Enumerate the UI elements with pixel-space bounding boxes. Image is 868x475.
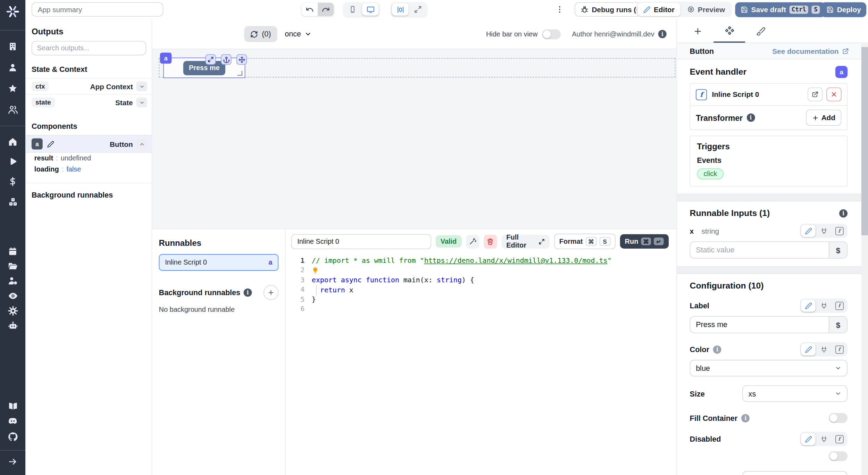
- hide-bar-toggle[interactable]: [542, 29, 561, 39]
- static-mode-pencil-icon[interactable]: [801, 225, 815, 237]
- dollar-button[interactable]: $: [829, 242, 847, 258]
- refresh-runs-button[interactable]: (0): [244, 26, 277, 42]
- tab-component-settings-icon[interactable]: [713, 19, 745, 43]
- more-menu-icon[interactable]: [555, 5, 564, 15]
- component-row-button[interactable]: a Button: [25, 135, 152, 153]
- eval-mode-fx-icon[interactable]: f: [832, 225, 846, 237]
- chevron-up-icon[interactable]: [136, 139, 147, 149]
- github-icon[interactable]: [7, 431, 18, 442]
- redo-button[interactable]: [318, 3, 334, 16]
- eval-mode-fx-icon[interactable]: f: [832, 433, 846, 445]
- settings-gear-icon[interactable]: [7, 305, 18, 316]
- run-button[interactable]: Run ⌘ ↵: [620, 234, 669, 248]
- ai-wand-button[interactable]: [466, 234, 479, 248]
- scrollbar-thumb[interactable]: [861, 47, 868, 235]
- code-editor[interactable]: 1// import * as wmill from "https://deno…: [286, 253, 677, 314]
- connect-mode-plug-icon[interactable]: [817, 225, 831, 237]
- desktop-view-button[interactable]: [362, 3, 379, 16]
- code-line[interactable]: 3export async function main(x: string) {: [291, 275, 677, 285]
- anchor-component-button[interactable]: [221, 54, 231, 65]
- workspace-icon[interactable]: [7, 41, 18, 52]
- chevron-down-icon[interactable]: [304, 31, 312, 38]
- runnable-item[interactable]: Inline Script 0 a: [159, 254, 278, 271]
- collapse-arrow-icon[interactable]: [7, 456, 18, 467]
- tab-insert-plus-icon[interactable]: [682, 19, 713, 43]
- label-value-input[interactable]: Press me $: [690, 316, 848, 333]
- code-line[interactable]: 2: [291, 266, 677, 275]
- deploy-button[interactable]: Deploy: [821, 2, 866, 17]
- mobile-view-button[interactable]: [344, 3, 361, 16]
- info-icon[interactable]: i: [658, 30, 667, 38]
- tab-preview[interactable]: Preview: [681, 3, 731, 16]
- component-prop-loading[interactable]: loading : false: [25, 164, 152, 175]
- static-mode-pencil-icon[interactable]: [801, 343, 815, 356]
- workers-users-gear-icon[interactable]: [7, 275, 18, 286]
- dollar-button[interactable]: $: [829, 317, 847, 333]
- eval-mode-fx-icon[interactable]: f: [832, 300, 846, 312]
- static-mode-pencil-icon[interactable]: [801, 300, 815, 312]
- component-prop-result[interactable]: result : undefined: [25, 153, 152, 164]
- disabled-toggle[interactable]: [829, 451, 848, 461]
- ctx-row[interactable]: ctx App Context: [25, 78, 152, 94]
- code-line[interactable]: 1// import * as wmill from "https://deno…: [291, 256, 677, 266]
- see-documentation-link[interactable]: See documentation: [772, 47, 849, 55]
- move-component-button[interactable]: [236, 54, 247, 65]
- app-summary-input[interactable]: [32, 2, 163, 16]
- before-icon-select[interactable]: [742, 471, 848, 475]
- add-background-runnable-button[interactable]: [264, 285, 278, 300]
- save-draft-button[interactable]: Save draft Ctrl S: [735, 2, 825, 17]
- info-icon[interactable]: i: [741, 414, 750, 422]
- chevron-down-icon[interactable]: [136, 81, 147, 91]
- canvas-grid[interactable]: a Press me: [152, 49, 676, 229]
- full-editor-button[interactable]: Full Editor: [501, 234, 550, 248]
- info-icon[interactable]: i: [839, 209, 848, 217]
- ai-robot-icon[interactable]: [7, 320, 18, 331]
- size-select[interactable]: xs: [742, 385, 848, 402]
- remove-script-button[interactable]: [826, 88, 841, 101]
- script-name-input[interactable]: [291, 234, 431, 249]
- variables-dollar-icon[interactable]: [7, 176, 18, 187]
- home-icon[interactable]: [7, 136, 18, 147]
- resources-boxes-icon[interactable]: [7, 196, 18, 207]
- discord-icon[interactable]: [7, 416, 18, 427]
- edit-pencil-icon[interactable]: [47, 140, 55, 148]
- docs-book-icon[interactable]: [7, 400, 18, 411]
- tab-styling-brush-icon[interactable]: [745, 19, 777, 43]
- connect-mode-plug-icon[interactable]: [817, 343, 831, 356]
- color-select[interactable]: blue: [690, 360, 848, 376]
- info-icon[interactable]: i: [746, 114, 755, 122]
- user-icon[interactable]: [7, 62, 18, 73]
- favorites-star-icon[interactable]: [7, 83, 18, 94]
- folders-icon[interactable]: [7, 260, 18, 272]
- connect-mode-plug-icon[interactable]: [817, 433, 831, 445]
- fill-container-toggle[interactable]: [829, 413, 848, 423]
- connect-mode-plug-icon[interactable]: [817, 300, 831, 312]
- state-row[interactable]: state State: [25, 94, 152, 110]
- windmill-logo-icon[interactable]: [6, 5, 20, 19]
- eval-mode-fx-icon[interactable]: f: [832, 343, 846, 356]
- chevron-down-icon[interactable]: [136, 98, 147, 108]
- expand-component-button[interactable]: [206, 54, 216, 65]
- static-value-input[interactable]: Static value $: [690, 241, 848, 258]
- resize-handle[interactable]: [237, 71, 242, 76]
- open-script-button[interactable]: [808, 88, 823, 101]
- audit-eye-icon[interactable]: [7, 290, 18, 301]
- delete-script-button[interactable]: [484, 234, 497, 248]
- tab-editor[interactable]: Editor: [638, 3, 680, 16]
- info-icon[interactable]: i: [244, 289, 252, 297]
- panel-scrollbar[interactable]: [861, 43, 868, 475]
- runs-play-icon[interactable]: [7, 156, 18, 167]
- format-button[interactable]: Format ⌘ S: [554, 234, 616, 249]
- code-line[interactable]: 5}: [291, 294, 677, 304]
- groups-icon[interactable]: [7, 104, 18, 115]
- fullwidth-layout-button[interactable]: [410, 3, 426, 16]
- refresh-mode-select[interactable]: once: [285, 30, 301, 38]
- center-layout-button[interactable]: [392, 3, 409, 16]
- code-line[interactable]: 4 return x: [291, 285, 677, 294]
- schedules-calendar-icon[interactable]: [7, 245, 18, 257]
- inline-script-row[interactable]: f Inline Script 0: [690, 84, 847, 105]
- static-mode-pencil-icon[interactable]: [801, 433, 815, 445]
- info-icon[interactable]: i: [713, 345, 721, 353]
- search-outputs-input[interactable]: [32, 41, 146, 55]
- add-transformer-button[interactable]: Add: [806, 110, 841, 126]
